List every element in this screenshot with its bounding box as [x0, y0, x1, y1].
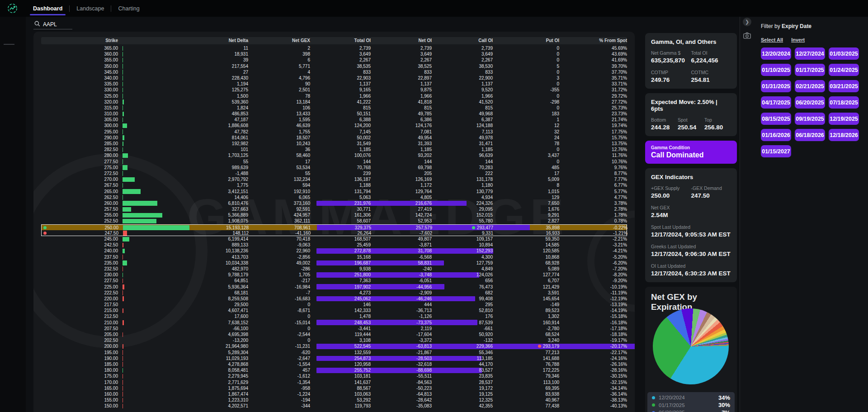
table-row[interactable]: 345.00274833833833037.70%: [41, 69, 627, 75]
table-row[interactable]: 355.003962,2672,2672,267041.69%: [41, 57, 627, 63]
table-row[interactable]: 185.004,278,868-1,554120,958-32,61844,17…: [41, 361, 627, 367]
table-row[interactable]: 160.001,867,474-1,224103,063-64,81319,12…: [41, 391, 627, 397]
table-row[interactable]: 205.004,695,398-2,544119,444-17,60450,92…: [41, 331, 627, 337]
expiry-date-button[interactable]: 03/21/2025: [829, 80, 859, 92]
table-row[interactable]: 252.501,908,075362,11158,60752,95355,780…: [41, 218, 627, 224]
expiry-date-button[interactable]: 01/15/2027: [761, 145, 791, 157]
expiry-date-button[interactable]: 01/31/2025: [761, 80, 791, 92]
expiry-date-button[interactable]: 01/16/2026: [761, 129, 791, 141]
expiry-date-button[interactable]: 12/27/2024: [795, 47, 825, 60]
table-row[interactable]: 290.00814,06118,50750,00249,95449,978241…: [41, 135, 627, 141]
invert-link[interactable]: Invert: [791, 37, 805, 43]
column-header[interactable]: % From Spot: [559, 37, 627, 44]
table-row[interactable]: 250.0015,193,128708,961329,375257,579293…: [41, 224, 627, 230]
table-row[interactable]: 257.50327,66392,59130,77127,41929,0951,6…: [41, 206, 627, 212]
table-row[interactable]: 262.5014,4066,0655,0634,8054,9341294.77%: [41, 194, 627, 200]
table-row[interactable]: 255.005,366,889424,957161,306142,724152,…: [41, 212, 627, 218]
select-all-link[interactable]: Select All: [761, 37, 783, 43]
table-cell: 21.74%: [559, 117, 627, 123]
table-row[interactable]: 320.00539,36013,18441,22241,81841,520-29…: [41, 99, 627, 105]
expiry-date-button[interactable]: 01/24/2025: [829, 64, 859, 76]
table-row[interactable]: 195.005,289,304-620132,559-21,86755,3467…: [41, 350, 627, 355]
expiry-date-button[interactable]: 01/03/2025: [829, 47, 859, 60]
table-row[interactable]: 265.003,412,151192,910131,794129,764130,…: [41, 189, 627, 194]
table-row[interactable]: 280.001,703,12558,460100,07693,20296,639…: [41, 152, 627, 158]
table-row[interactable]: 282.50101361,1851,1851,185012.76%: [41, 147, 627, 152]
table-row[interactable]: 275.00989,63953,53470,76869,79870,283485…: [41, 165, 627, 170]
expiry-date-button[interactable]: 01/17/2025: [795, 64, 825, 76]
table-row[interactable]: 335.001,194901,1371,1371,137033.71%: [41, 81, 627, 87]
table-row[interactable]: 315.001,824106815815815025.73%: [41, 105, 627, 111]
table-row[interactable]: 340.00228,4304,79622,90322,89722,900335.…: [41, 75, 627, 81]
table-row[interactable]: 237.50413,703-2,85615,168-6,5684,30010,8…: [41, 254, 627, 260]
table-row[interactable]: 170.002,771,629-1,354141,637-84,56328,53…: [41, 379, 627, 385]
expiry-date-button[interactable]: 12/18/2026: [829, 129, 859, 141]
table-row[interactable]: 225.005,936,364-16,984197,902-44,95676,4…: [41, 284, 627, 290]
expiry-date-button[interactable]: 04/17/2025: [761, 96, 791, 109]
tab-dashboard[interactable]: Dashboard: [26, 0, 69, 17]
table-row[interactable]: 155.001,223,310-19453,292-28,64212,32540…: [41, 397, 627, 403]
column-header[interactable]: Net Delta: [118, 37, 248, 44]
column-header[interactable]: Put OI: [493, 37, 559, 44]
table-row[interactable]: 305.0047,1871,5956,3886,3866,387121.74%: [41, 117, 627, 123]
table-row[interactable]: 247.50148,112-41,16026,264-7,6029,33116,…: [41, 230, 627, 236]
table-row[interactable]: 267.501,7755941,1881,1721,18086.77%: [41, 182, 627, 188]
tab-charting[interactable]: Charting: [111, 0, 146, 17]
table-row[interactable]: 215.004,607,471-8,671142,333-36,71352,81…: [41, 308, 627, 313]
expiry-date-button[interactable]: 02/21/2025: [795, 80, 825, 92]
expiry-date-button[interactable]: 08/15/2025: [761, 113, 791, 125]
table-row[interactable]: 180.008,058,481457255,752-88,69883,52717…: [41, 367, 627, 373]
table-row[interactable]: 150.004,202,571-344119,793-35,08342,3557…: [41, 403, 627, 409]
column-header[interactable]: Net GEX: [248, 37, 310, 44]
legend-item[interactable]: 06/20/20257%: [652, 409, 730, 412]
expiry-date-button[interactable]: 12/20/2024: [761, 47, 791, 60]
table-row[interactable]: 190.0011,029,193-2,647254,873-28,503113,…: [41, 355, 627, 361]
table-row[interactable]: 360.0018,9313983,6493,6493,649043.69%: [41, 51, 627, 57]
table-row[interactable]: 242.50889,133-9,06325,459-3,87110,89414,…: [41, 242, 627, 248]
table-row[interactable]: 295.0047,7821,7557,1457,0817,1133217.75%: [41, 129, 627, 135]
table-row[interactable]: 222.5068,181-74,273-2,9096823,591-11.19%: [41, 290, 627, 296]
column-header[interactable]: Total OI: [310, 37, 371, 44]
collapse-panel-icon[interactable]: ❯: [743, 18, 751, 26]
expiry-date-button[interactable]: 07/18/2025: [829, 96, 859, 109]
expiry-date-button[interactable]: 01/10/2025: [761, 64, 791, 76]
expiry-date-button[interactable]: 09/19/2025: [795, 113, 825, 125]
table-row[interactable]: 350.00217,5545,77138,53538,52538,530539.…: [41, 63, 627, 69]
table-row[interactable]: 232.50482,970-2869,938-2404,8495,089-7.2…: [41, 266, 627, 272]
table-row[interactable]: 202.50-13,20003,108-3,372-1323,240-19.17…: [41, 337, 627, 343]
table-row[interactable]: 325.001,500781,9661,9661,966029.72%: [41, 93, 627, 99]
legend-item[interactable]: 12/20/202434%: [652, 394, 730, 402]
table-row[interactable]: 230.009,788,1791,705251,800-3,748124,026…: [41, 272, 627, 278]
table-row[interactable]: 272.50-1,48855239205222178.77%: [41, 170, 627, 176]
camera-icon[interactable]: [743, 32, 751, 39]
column-header[interactable]: Call OI: [432, 37, 493, 44]
table-row[interactable]: 285.00192,98210,24331,54931,39331,471781…: [41, 141, 627, 147]
table-row[interactable]: 200.0021,964,980-11,231522,545-63,813229…: [41, 343, 627, 349]
table-row[interactable]: 227.5064,851-2177,363-6,0516566,707-9.20…: [41, 278, 627, 284]
column-header[interactable]: Net OI: [371, 37, 432, 44]
table-row[interactable]: 210.007,638,152-15,014248,453-73,37587,5…: [41, 320, 627, 326]
table-row[interactable]: 175.002,279,945-1,612103,181-55,51123,83…: [41, 373, 627, 379]
table-row[interactable]: 165.001,875,694-95888,567-50,22319,17269…: [41, 385, 627, 391]
table-row[interactable]: 240.0010,138,23622,960272,87831,708152,2…: [41, 248, 627, 254]
table-row[interactable]: 217.5029,5000146444295-149-13.19%: [41, 302, 627, 308]
table-row[interactable]: 260.006,810,476373,160231,976216,676224,…: [41, 200, 627, 206]
expiry-date-button[interactable]: 12/19/2025: [829, 113, 859, 125]
table-row[interactable]: 310.00486,85313,43350,15149,78549,968183…: [41, 111, 627, 117]
table-row[interactable]: 330.00125,2752,5019,1659,8759,520-35531.…: [41, 87, 627, 93]
table-row[interactable]: 365.001122,7392,7392,739045.69%: [41, 45, 627, 51]
table-row[interactable]: 270.002,970,792132,234136,187126,169131,…: [41, 176, 627, 182]
column-header[interactable]: Strike: [41, 37, 118, 44]
table-row[interactable]: 300.001,886,60846,639124,200124,176124,1…: [41, 123, 627, 128]
table-row[interactable]: 245.006,199,41470,418168,50749,807109,15…: [41, 236, 627, 242]
expiry-date-button[interactable]: 06/20/2025: [795, 96, 825, 109]
table-row[interactable]: 277.505517144144144010.76%: [41, 159, 627, 165]
search-input[interactable]: [43, 21, 68, 28]
table-row[interactable]: 207.50-66,1000-3,4412,119-661-2,780-17.1…: [41, 326, 627, 331]
tab-landscape[interactable]: Landscape: [70, 0, 111, 17]
table-row[interactable]: 220.008,259,508-16,683245,062-46,24699,4…: [41, 296, 627, 302]
table-row[interactable]: 212.5017,60001,478-1,1261761,302-15.18%: [41, 313, 627, 319]
expiry-date-button[interactable]: 06/18/2026: [795, 129, 825, 141]
legend-item[interactable]: 01/17/202530%: [652, 402, 730, 409]
table-row[interactable]: 235.0010,034,33849,002196,68758,831127,7…: [41, 260, 627, 266]
